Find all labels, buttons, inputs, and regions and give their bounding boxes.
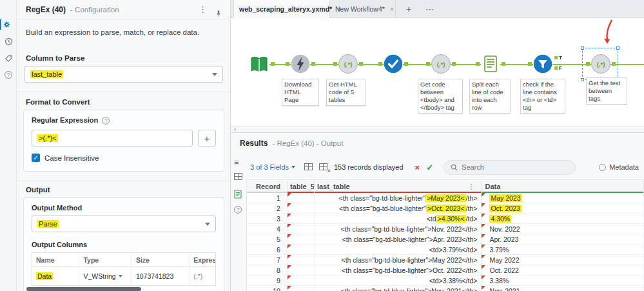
canvas-scrollbar[interactable]: ‹ [231, 126, 644, 132]
table-row[interactable]: 2 <th class="bg-td-blue-lighter">Oct. 20… [247, 203, 644, 214]
last-table-cell[interactable]: <th class="bg-td-blue-lighter">Nov. 2022… [315, 224, 482, 234]
table5-cell[interactable] [288, 224, 315, 234]
filter-true-output[interactable]: T [554, 55, 562, 61]
filter-false-output[interactable]: F [554, 65, 562, 71]
table-row[interactable]: 8 <th class="bg-td-blue-lighter">Oct. 20… [247, 265, 644, 276]
history-icon[interactable] [3, 36, 14, 46]
tool-annotation[interactable]: Split each line of code into each row [469, 79, 511, 114]
menu-icon[interactable]: ≡ [234, 157, 239, 167]
search-input[interactable] [462, 163, 558, 171]
output-column-type-select[interactable]: V_WString [79, 267, 132, 285]
case-insensitive-checkbox[interactable] [32, 154, 40, 162]
add-expression-button[interactable]: + [198, 130, 216, 146]
gear-icon[interactable] [0, 19, 10, 30]
tag-icon[interactable] [3, 53, 14, 63]
clear-grid-icon[interactable]: × [319, 163, 329, 172]
last-table-cell[interactable]: <td>3.79%</td> [315, 245, 482, 254]
last-table-cell[interactable]: <th class="bg-td-blue-lighter">Nov. 2021… [315, 286, 482, 291]
table-row[interactable]: 10 <th class="bg-td-blue-lighter">Nov. 2… [247, 286, 644, 291]
table5-cell[interactable] [288, 193, 315, 203]
green-file-icon[interactable] [234, 190, 242, 200]
apply-icon[interactable]: ✓ [426, 163, 433, 172]
tab-web-scraping-alteryx[interactable]: web_scraping_alteryx.yxmd* × [233, 0, 330, 18]
warning-flag-icon [288, 224, 291, 228]
regex-tool-2[interactable]: (.*) [431, 54, 451, 74]
table5-cell[interactable] [288, 286, 315, 291]
table5-cell[interactable] [288, 255, 315, 265]
horizontal-scrollbar-thumb[interactable] [26, 287, 141, 291]
data-cell[interactable]: May 2022 [482, 255, 644, 265]
text-to-columns-tool[interactable] [481, 54, 500, 74]
workflow-canvas[interactable]: (.*) (.*) T F (.*) Download HTM [231, 18, 644, 126]
help-icon[interactable]: ? [102, 117, 110, 125]
table5-cell[interactable] [288, 265, 315, 275]
regex-tool-3-selected[interactable]: (.*) [591, 54, 610, 74]
regex-tool-1[interactable]: (.*) [338, 54, 358, 74]
help-icon[interactable]: ? [234, 205, 242, 214]
table5-cell[interactable] [288, 203, 315, 213]
last-table-cell[interactable]: <th class="bg-td-blue-lighter">Oct. 2023… [315, 203, 482, 213]
last-table-cell[interactable]: <th class="bg-td-blue-lighter">Oct. 2022… [315, 265, 482, 275]
column-header-table5[interactable]: table_5 [288, 180, 315, 193]
cell-viewer-icon[interactable] [304, 163, 314, 172]
cancel-icon[interactable]: × [415, 163, 420, 172]
pin-icon[interactable] [215, 5, 222, 25]
table-row[interactable]: 5 <th class="bg-td-blue-lighter">Apr. 20… [247, 234, 644, 245]
last-table-cell[interactable]: <th class="bg-td-blue-lighter">Apr. 2023… [315, 234, 482, 244]
data-cell[interactable]: Nov. 2022 [482, 224, 644, 234]
checkmark-icon [384, 54, 403, 74]
table5-cell[interactable] [288, 276, 315, 285]
last-table-cell[interactable]: <td>4.30%</td> [315, 214, 482, 223]
help-icon[interactable]: ? [3, 70, 14, 80]
tool-annotation[interactable]: Get HTML code of 5 tables [326, 79, 366, 106]
data-cell[interactable]: Oct. 2023 [482, 203, 644, 213]
data-cell[interactable]: Apr. 2023 [482, 234, 644, 244]
regex-input[interactable]: >(.*)< [32, 130, 193, 146]
last-table-cell[interactable]: <td>3.38%</td> [315, 276, 482, 285]
tab-new-workflow4[interactable]: New Workflow4* × [330, 0, 396, 18]
table-row[interactable]: 7 <th class="bg-td-blue-lighter">May 202… [247, 255, 644, 265]
table-row[interactable]: 6 <td>3.79%</td> 3.79% [247, 245, 644, 255]
column-to-parse-select[interactable]: last_table [24, 66, 223, 83]
column-header-record[interactable]: Record [247, 180, 288, 193]
tool-annotation[interactable]: Download HTML Page [282, 79, 319, 106]
last-table-cell[interactable]: <th class="bg-td-blue-lighter">May 2022<… [315, 255, 482, 265]
output-column-name[interactable]: Data [32, 267, 79, 285]
table-row[interactable]: 4 <th class="bg-td-blue-lighter">Nov. 20… [247, 224, 644, 234]
tool-annotation[interactable]: Get code between <tbody> and </tbody> ta… [418, 79, 463, 114]
data-cell[interactable]: Oct. 2022 [482, 265, 644, 275]
kebab-menu-icon[interactable]: ⋮ [199, 0, 207, 19]
download-tool[interactable] [291, 54, 310, 74]
output-column-size[interactable]: 1073741823 [132, 267, 190, 285]
data-cell[interactable]: 4.30% [482, 214, 644, 223]
data-cell[interactable]: 3.79% [482, 245, 644, 254]
table5-cell[interactable] [288, 234, 315, 244]
grid-view-icon[interactable] [234, 173, 242, 180]
table5-cell[interactable] [288, 245, 315, 254]
tool-annotation[interactable]: Get the text between tags [586, 77, 627, 105]
alteryx-designer-window: ? RegEx (40) - Configuration ⋮ Build an … [0, 0, 644, 291]
more-tabs-icon[interactable]: ⋯ [425, 0, 434, 18]
table-row[interactable]: 1 <th class="bg-td-blue-lighter">May 202… [247, 193, 644, 203]
data-cell[interactable]: 3.38% [482, 276, 644, 285]
metadata-toggle[interactable]: Metadata [599, 163, 639, 171]
close-icon[interactable]: × [390, 5, 394, 13]
table-row[interactable]: 9 <td>3.38%</td> 3.38% [247, 276, 644, 286]
filter-tool[interactable] [533, 54, 552, 74]
search-box[interactable] [444, 160, 576, 175]
data-cleansing-tool[interactable] [384, 54, 403, 74]
data-cell[interactable]: Nov. 2021 [482, 286, 644, 291]
column-header-last-table[interactable]: last_table⋮ [315, 180, 482, 193]
column-header-data[interactable]: Data [482, 180, 644, 193]
last-table-cell[interactable]: <th class="bg-td-blue-lighter">May 2023<… [315, 193, 482, 203]
config-tool-rail: ? [0, 0, 17, 291]
tool-annotation[interactable]: check if the line contains <th> or <td> … [520, 79, 565, 114]
output-method-select[interactable]: Parse [32, 216, 216, 232]
fields-selector[interactable]: 3 of 3 Fields [250, 163, 295, 171]
data-cell[interactable]: May 2023 [482, 193, 644, 203]
table-row[interactable]: 3 <td>4.30%</td> 4.30% [247, 214, 644, 224]
new-tab-button[interactable]: + [406, 0, 411, 18]
table5-cell[interactable] [288, 214, 315, 223]
column-menu-icon[interactable]: ⋮ [467, 183, 477, 191]
input-data-tool[interactable] [249, 54, 269, 75]
